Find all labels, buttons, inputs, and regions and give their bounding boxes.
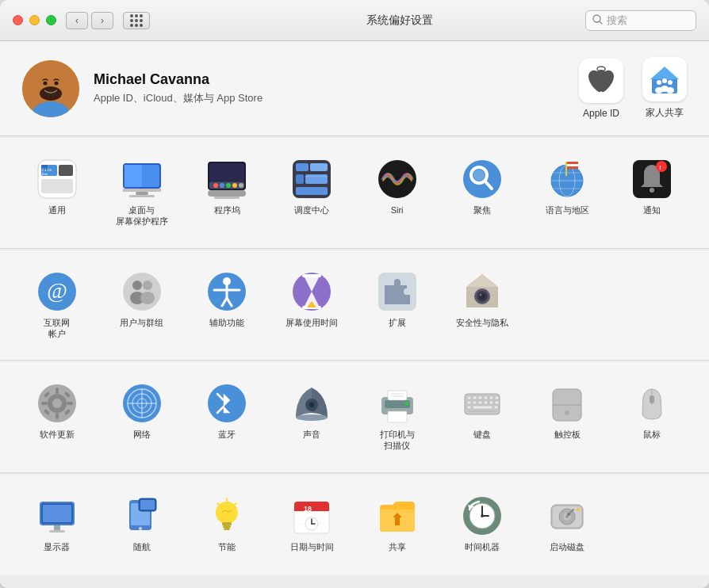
pref-mission-control[interactable]: 调度中心 — [271, 152, 353, 234]
pref-dock[interactable]: 程序坞 — [186, 152, 268, 234]
back-button[interactable]: ‹ — [66, 12, 88, 29]
pref-printers[interactable]: 打印机与扫描仪 — [356, 376, 438, 458]
forward-button[interactable]: › — [91, 12, 113, 29]
grid-view-button[interactable] — [123, 12, 150, 29]
pref-displays[interactable]: 显示器 — [16, 489, 98, 559]
desktop-icon — [121, 158, 163, 200]
svg-rect-60 — [567, 162, 578, 164]
svg-point-7 — [55, 81, 59, 85]
family-sharing-button[interactable]: 家人共享 — [642, 57, 687, 120]
pref-trackpad[interactable]: 触控板 — [527, 376, 608, 458]
window-title: 系统偏好设置 — [150, 13, 649, 28]
svg-point-110 — [296, 414, 328, 421]
svg-rect-28 — [123, 189, 161, 192]
pref-extensions[interactable]: 扩展 — [356, 265, 438, 346]
svg-line-158 — [234, 503, 236, 506]
svg-point-11 — [657, 80, 661, 85]
pref-desktop[interactable]: 桌面与屏幕保护程序 — [101, 152, 182, 234]
svg-rect-46 — [296, 187, 328, 195]
screen-time-icon — [291, 271, 332, 312]
svg-rect-133 — [495, 401, 499, 404]
svg-rect-152 — [140, 500, 155, 510]
svg-point-37 — [232, 183, 237, 188]
svg-rect-116 — [388, 411, 407, 422]
pref-language[interactable]: 语言与地区 — [527, 152, 608, 234]
pref-network[interactable]: 网络 — [101, 376, 182, 458]
svg-rect-128 — [467, 401, 471, 404]
svg-rect-147 — [49, 530, 65, 533]
minimize-button[interactable] — [29, 15, 40, 25]
svg-point-65 — [656, 161, 667, 172]
section-3: 软件更新 网络 — [0, 362, 709, 473]
pref-sharing[interactable]: 共享 — [356, 489, 438, 559]
svg-rect-134 — [473, 406, 492, 409]
pref-startup-disk[interactable]: 启动磁盘 — [527, 489, 608, 559]
internet-accounts-icon: @ — [36, 271, 78, 312]
printers-icon — [377, 383, 418, 424]
maximize-button[interactable] — [46, 15, 56, 25]
desktop-label: 桌面与屏幕保护程序 — [116, 204, 168, 227]
pref-software-update[interactable]: 软件更新 — [16, 376, 98, 458]
pref-energy[interactable]: 节能 — [186, 489, 268, 559]
users-groups-icon — [121, 271, 163, 312]
svg-point-35 — [220, 183, 224, 188]
pref-mouse[interactable]: 鼠标 — [611, 376, 693, 458]
pref-date-time[interactable]: 18 日期与时间 — [271, 489, 353, 559]
close-button[interactable] — [13, 15, 23, 25]
svg-text:@: @ — [47, 278, 67, 303]
network-icon — [121, 383, 163, 424]
pref-general[interactable]: File New Ope 通用 — [16, 152, 98, 234]
pref-siri[interactable]: Siri — [356, 152, 438, 234]
svg-point-51 — [473, 170, 485, 181]
users-groups-label: 用户与群组 — [120, 317, 163, 328]
section-4: 显示器 随航 — [0, 475, 709, 575]
search-icon — [592, 14, 603, 27]
svg-rect-62 — [567, 166, 578, 169]
pref-screen-time[interactable]: 屏幕使用时间 — [271, 265, 353, 346]
general-label: 通用 — [48, 204, 66, 216]
spacer-2 — [611, 265, 693, 346]
spotlight-label: 聚焦 — [473, 204, 491, 216]
svg-rect-155 — [223, 525, 231, 528]
pref-bluetooth[interactable]: 蓝牙 — [186, 376, 268, 458]
energy-label: 节能 — [218, 541, 236, 552]
svg-rect-58 — [565, 162, 567, 176]
internet-accounts-label: 互联网帐户 — [44, 317, 70, 340]
pref-time-machine[interactable]: 时间机器 — [441, 489, 523, 559]
apple-id-button[interactable]: Apple ID — [579, 59, 623, 119]
pref-security[interactable]: 安全性与隐私 — [441, 265, 523, 346]
svg-rect-29 — [136, 192, 148, 195]
svg-rect-127 — [495, 396, 499, 399]
svg-point-186 — [577, 508, 580, 511]
svg-rect-24 — [41, 179, 73, 193]
pref-notifications[interactable]: ! 通知 — [611, 152, 693, 234]
pref-internet-accounts[interactable]: @ 互联网帐户 — [16, 265, 98, 346]
svg-point-92 — [52, 399, 62, 408]
svg-text:!: ! — [659, 164, 661, 171]
svg-rect-142 — [650, 395, 654, 403]
sharing-icon — [377, 495, 418, 536]
date-time-label: 日期与时间 — [290, 541, 334, 552]
search-box[interactable]: 搜索 — [585, 10, 696, 31]
pref-sound[interactable]: 声音 — [271, 376, 353, 458]
svg-point-16 — [661, 86, 669, 92]
keyboard-icon — [462, 383, 503, 424]
pref-accessibility[interactable]: 辅助功能 — [186, 265, 268, 346]
svg-rect-23 — [59, 165, 73, 176]
startup-disk-label: 启动磁盘 — [550, 541, 584, 552]
svg-line-1 — [600, 21, 602, 24]
svg-rect-81 — [302, 274, 321, 277]
sidecar-icon — [121, 495, 163, 536]
pref-spotlight[interactable]: 聚焦 — [441, 152, 523, 234]
pref-users-groups[interactable]: 用户与群组 — [101, 265, 182, 346]
svg-point-72 — [143, 281, 152, 290]
accessibility-icon — [206, 271, 247, 312]
sound-icon — [291, 383, 332, 424]
svg-rect-43 — [310, 163, 328, 171]
svg-rect-61 — [567, 164, 578, 166]
svg-rect-154 — [222, 522, 232, 525]
svg-point-140 — [565, 410, 569, 415]
startup-disk-icon — [546, 495, 588, 536]
pref-sidecar[interactable]: 随航 — [101, 489, 182, 559]
pref-keyboard[interactable]: 键盘 — [441, 376, 523, 458]
